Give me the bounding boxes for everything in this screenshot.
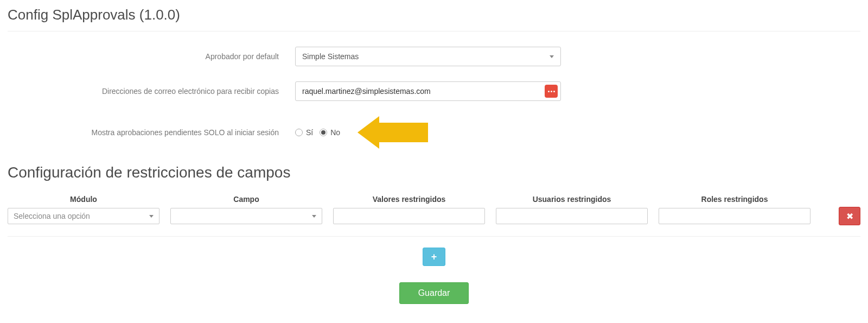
chevron-down-icon xyxy=(149,215,154,218)
divider2 xyxy=(8,189,860,189)
header-modulo: Módulo xyxy=(8,195,159,204)
add-row-button[interactable]: + xyxy=(423,248,445,266)
select-modulo[interactable]: Selecciona una opción xyxy=(8,208,159,224)
input-roles[interactable] xyxy=(659,208,810,224)
label-mostrar-pendientes: Mostra aprobaciones pendientes SOLO al i… xyxy=(8,128,279,137)
select-modulo-value: Selecciona una opción xyxy=(14,212,90,220)
input-valores[interactable] xyxy=(333,208,485,224)
label-direcciones: Direcciones de correo electrónico para r… xyxy=(8,87,279,96)
plus-icon: + xyxy=(431,251,437,263)
radio-si[interactable] xyxy=(295,129,303,136)
page-title: Config SplApprovals (1.0.0) xyxy=(8,7,860,23)
radio-group-mostrar: Sí No xyxy=(295,116,428,149)
row-mostrar-pendientes: Mostra aprobaciones pendientes SOLO al i… xyxy=(8,116,860,149)
select-aprobador[interactable]: Simple Sistemas xyxy=(295,47,561,66)
highlight-arrow xyxy=(358,116,428,149)
input-direcciones[interactable] xyxy=(295,81,561,101)
header-valores: Valores restringidos xyxy=(333,195,485,204)
radio-si-label: Sí xyxy=(306,128,313,137)
select-campo[interactable] xyxy=(170,208,322,224)
label-aprobador: Aprobador por default xyxy=(8,52,279,61)
row-direcciones: Direcciones de correo electrónico para r… xyxy=(8,81,860,101)
input-usuarios[interactable] xyxy=(496,208,648,224)
radio-no-label: No xyxy=(330,128,340,137)
restrict-row: Módulo Selecciona una opción Campo Valor… xyxy=(8,195,860,237)
select-aprobador-value: Simple Sistemas xyxy=(302,52,359,61)
section-title-restricciones: Configuración de restricciones de campos xyxy=(8,164,860,181)
header-roles: Roles restringidos xyxy=(659,195,810,204)
header-campo: Campo xyxy=(170,195,322,204)
header-usuarios: Usuarios restringidos xyxy=(496,195,648,204)
chevron-down-icon xyxy=(312,215,316,218)
row-aprobador: Aprobador por default Simple Sistemas xyxy=(8,47,860,66)
chevron-down-icon xyxy=(550,55,554,58)
save-button[interactable]: Guardar xyxy=(399,282,469,304)
radio-no[interactable] xyxy=(320,129,327,136)
close-icon: ✖ xyxy=(846,211,853,221)
delete-row-button[interactable]: ✖ xyxy=(839,207,860,225)
divider xyxy=(8,31,860,31)
password-manager-icon[interactable] xyxy=(545,85,558,98)
